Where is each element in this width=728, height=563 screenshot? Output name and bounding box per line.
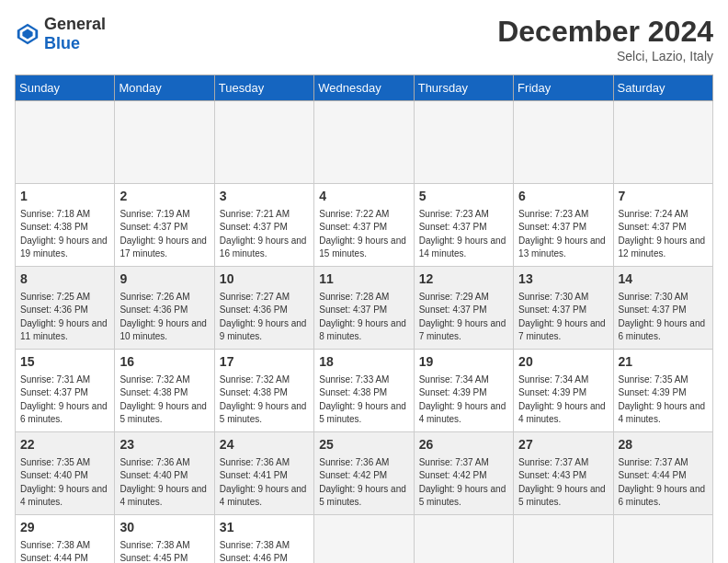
day-number: 15 <box>20 353 109 372</box>
calendar-cell: 2Sunrise: 7:19 AMSunset: 4:37 PMDaylight… <box>115 184 214 267</box>
day-info: Sunrise: 7:38 AMSunset: 4:46 PMDaylight:… <box>220 539 309 563</box>
location-title: Selci, Lazio, Italy <box>497 49 713 63</box>
calendar-cell: 17Sunrise: 7:32 AMSunset: 4:38 PMDayligh… <box>214 350 313 432</box>
day-number: 26 <box>419 436 508 454</box>
calendar-cell: 6Sunrise: 7:23 AMSunset: 4:37 PMDaylight… <box>514 184 613 267</box>
calendar-cell: 18Sunrise: 7:33 AMSunset: 4:38 PMDayligh… <box>314 350 414 432</box>
calendar-cell <box>514 101 613 184</box>
calendar-week-row: 15Sunrise: 7:31 AMSunset: 4:37 PMDayligh… <box>16 350 713 432</box>
calendar-cell: 13Sunrise: 7:30 AMSunset: 4:37 PMDayligh… <box>514 267 613 350</box>
calendar-cell: 16Sunrise: 7:32 AMSunset: 4:38 PMDayligh… <box>115 350 214 432</box>
calendar-cell: 30Sunrise: 7:38 AMSunset: 4:45 PMDayligh… <box>115 515 214 564</box>
day-number: 18 <box>319 353 408 372</box>
day-number: 7 <box>619 188 708 206</box>
logo-text: General Blue <box>44 15 106 53</box>
day-info: Sunrise: 7:18 AMSunset: 4:38 PMDaylight:… <box>20 208 109 261</box>
day-info: Sunrise: 7:29 AMSunset: 4:37 PMDaylight:… <box>419 291 508 344</box>
day-number: 3 <box>220 188 309 206</box>
logo-icon <box>15 21 40 47</box>
header-sunday: Sunday <box>16 75 115 101</box>
day-number: 16 <box>119 353 209 372</box>
calendar-cell <box>115 101 214 184</box>
calendar-cell: 25Sunrise: 7:36 AMSunset: 4:42 PMDayligh… <box>314 432 414 515</box>
day-number: 8 <box>20 270 109 289</box>
day-info: Sunrise: 7:31 AMSunset: 4:37 PMDaylight:… <box>20 373 109 427</box>
title-section: December 2024 Selci, Lazio, Italy <box>497 15 713 63</box>
calendar-cell: 9Sunrise: 7:26 AMSunset: 4:36 PMDaylight… <box>115 267 214 350</box>
header-thursday: Thursday <box>414 75 513 101</box>
day-number: 9 <box>119 270 209 289</box>
day-info: Sunrise: 7:28 AMSunset: 4:37 PMDaylight:… <box>319 291 408 344</box>
day-info: Sunrise: 7:34 AMSunset: 4:39 PMDaylight:… <box>419 373 508 427</box>
day-info: Sunrise: 7:19 AMSunset: 4:37 PMDaylight:… <box>119 208 209 261</box>
calendar-cell: 4Sunrise: 7:22 AMSunset: 4:37 PMDaylight… <box>314 184 414 267</box>
day-info: Sunrise: 7:30 AMSunset: 4:37 PMDaylight:… <box>518 291 608 344</box>
day-number: 12 <box>419 270 508 289</box>
day-info: Sunrise: 7:36 AMSunset: 4:42 PMDaylight:… <box>319 456 408 510</box>
day-info: Sunrise: 7:37 AMSunset: 4:44 PMDaylight:… <box>619 456 708 510</box>
weekday-header-row: Sunday Monday Tuesday Wednesday Thursday… <box>16 75 713 101</box>
day-info: Sunrise: 7:22 AMSunset: 4:37 PMDaylight:… <box>319 208 408 261</box>
calendar-cell: 11Sunrise: 7:28 AMSunset: 4:37 PMDayligh… <box>314 267 414 350</box>
header: General Blue December 2024 Selci, Lazio,… <box>15 15 713 63</box>
calendar-cell: 24Sunrise: 7:36 AMSunset: 4:41 PMDayligh… <box>214 432 313 515</box>
day-info: Sunrise: 7:27 AMSunset: 4:36 PMDaylight:… <box>220 291 309 344</box>
calendar-cell: 26Sunrise: 7:37 AMSunset: 4:42 PMDayligh… <box>414 432 513 515</box>
day-info: Sunrise: 7:26 AMSunset: 4:36 PMDaylight:… <box>119 291 209 344</box>
day-info: Sunrise: 7:36 AMSunset: 4:40 PMDaylight:… <box>119 456 209 510</box>
day-number: 23 <box>119 436 209 454</box>
calendar-cell <box>314 515 414 564</box>
day-number: 20 <box>518 353 608 372</box>
calendar-cell: 19Sunrise: 7:34 AMSunset: 4:39 PMDayligh… <box>414 350 513 432</box>
day-number: 4 <box>319 188 408 206</box>
calendar-cell: 15Sunrise: 7:31 AMSunset: 4:37 PMDayligh… <box>16 350 115 432</box>
day-number: 21 <box>619 353 708 372</box>
day-number: 19 <box>419 353 508 372</box>
calendar-cell: 31Sunrise: 7:38 AMSunset: 4:46 PMDayligh… <box>214 515 313 564</box>
calendar-cell: 14Sunrise: 7:30 AMSunset: 4:37 PMDayligh… <box>613 267 712 350</box>
calendar-cell: 21Sunrise: 7:35 AMSunset: 4:39 PMDayligh… <box>613 350 712 432</box>
calendar-cell <box>613 101 712 184</box>
calendar-week-row <box>16 101 713 184</box>
calendar-week-row: 1Sunrise: 7:18 AMSunset: 4:38 PMDaylight… <box>16 184 713 267</box>
header-wednesday: Wednesday <box>314 75 414 101</box>
calendar-cell: 7Sunrise: 7:24 AMSunset: 4:37 PMDaylight… <box>613 184 712 267</box>
day-info: Sunrise: 7:36 AMSunset: 4:41 PMDaylight:… <box>220 456 309 510</box>
day-number: 24 <box>220 436 309 454</box>
calendar-cell: 23Sunrise: 7:36 AMSunset: 4:40 PMDayligh… <box>115 432 214 515</box>
day-info: Sunrise: 7:32 AMSunset: 4:38 PMDaylight:… <box>119 373 209 427</box>
day-info: Sunrise: 7:35 AMSunset: 4:40 PMDaylight:… <box>20 456 109 510</box>
calendar-cell <box>414 515 513 564</box>
calendar-cell <box>613 515 712 564</box>
calendar-cell: 5Sunrise: 7:23 AMSunset: 4:37 PMDaylight… <box>414 184 513 267</box>
calendar-cell <box>314 101 414 184</box>
header-tuesday: Tuesday <box>214 75 313 101</box>
calendar-cell: 20Sunrise: 7:34 AMSunset: 4:39 PMDayligh… <box>514 350 613 432</box>
header-saturday: Saturday <box>613 75 712 101</box>
header-friday: Friday <box>514 75 613 101</box>
calendar-week-row: 29Sunrise: 7:38 AMSunset: 4:44 PMDayligh… <box>16 515 713 564</box>
day-info: Sunrise: 7:38 AMSunset: 4:45 PMDaylight:… <box>119 539 209 563</box>
day-number: 28 <box>619 436 708 454</box>
day-info: Sunrise: 7:34 AMSunset: 4:39 PMDaylight:… <box>518 373 608 427</box>
logo-general: General <box>44 15 106 33</box>
day-info: Sunrise: 7:35 AMSunset: 4:39 PMDaylight:… <box>619 373 708 427</box>
day-number: 1 <box>20 188 109 206</box>
day-info: Sunrise: 7:23 AMSunset: 4:37 PMDaylight:… <box>518 208 608 261</box>
day-number: 27 <box>518 436 608 454</box>
calendar-week-row: 8Sunrise: 7:25 AMSunset: 4:36 PMDaylight… <box>16 267 713 350</box>
day-number: 17 <box>220 353 309 372</box>
day-info: Sunrise: 7:33 AMSunset: 4:38 PMDaylight:… <box>319 373 408 427</box>
logo: General Blue <box>15 15 106 53</box>
calendar-cell: 28Sunrise: 7:37 AMSunset: 4:44 PMDayligh… <box>613 432 712 515</box>
day-number: 31 <box>220 519 309 537</box>
day-number: 13 <box>518 270 608 289</box>
day-info: Sunrise: 7:32 AMSunset: 4:38 PMDaylight:… <box>220 373 309 427</box>
calendar-cell: 29Sunrise: 7:38 AMSunset: 4:44 PMDayligh… <box>16 515 115 564</box>
day-number: 22 <box>20 436 109 454</box>
day-info: Sunrise: 7:25 AMSunset: 4:36 PMDaylight:… <box>20 291 109 344</box>
calendar-cell: 22Sunrise: 7:35 AMSunset: 4:40 PMDayligh… <box>16 432 115 515</box>
month-title: December 2024 <box>497 15 713 49</box>
day-info: Sunrise: 7:21 AMSunset: 4:37 PMDaylight:… <box>220 208 309 261</box>
day-info: Sunrise: 7:37 AMSunset: 4:43 PMDaylight:… <box>518 456 608 510</box>
